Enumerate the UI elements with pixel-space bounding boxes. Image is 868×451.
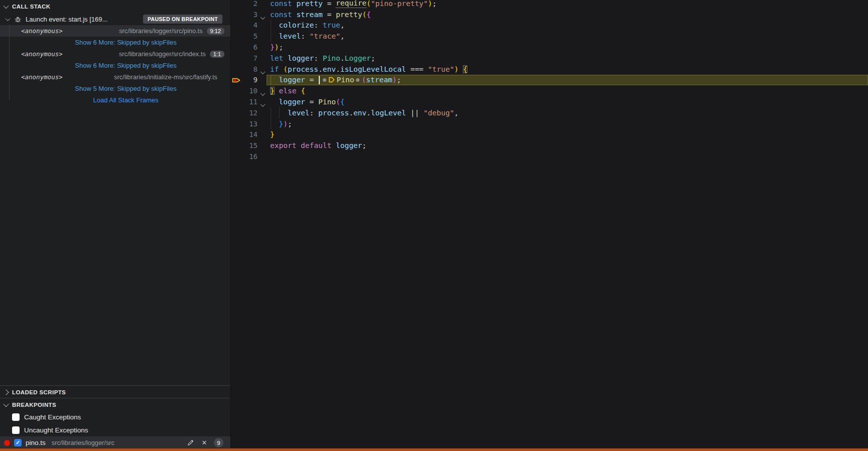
code-token: level [288,109,310,117]
code-token: } [270,130,275,138]
code-token: require [336,0,366,8]
line-number[interactable]: 7 [231,53,258,64]
frame-name: <anonymous> [21,50,63,58]
code-token: : [314,54,322,62]
chevron-down-icon [3,401,9,406]
code-token: = [305,76,318,84]
code-token: logger [279,98,305,106]
line-number[interactable]: 8 [231,64,258,75]
skip-files-link[interactable]: Show 6 More: Skipped by skipFiles [0,37,230,48]
line-number[interactable]: 10 [231,85,258,96]
breakpoint-path: src/libraries/logger/src [52,439,114,446]
code-line[interactable]: 15export default logger; [231,140,868,151]
code-lines: 2const pretty = require("pino-pretty");3… [231,0,868,162]
code-line[interactable]: 12 level: process.env.logLevel || "debug… [231,107,868,118]
line-number[interactable]: 3 [231,9,258,20]
line-number[interactable]: 16 [231,151,258,162]
code-line[interactable]: 13 }); [231,118,868,129]
code-token [270,32,279,40]
line-number[interactable]: 15 [231,140,258,151]
frame-name: <anonymous> [21,27,63,35]
stack-frame-row[interactable]: <anonymous>src/libraries/initialize-ms/s… [0,71,230,83]
code-line[interactable]: 3const stream = pretty({ [231,9,868,20]
line-number[interactable]: 5 [231,31,258,42]
breakpoint-line-badge: 9 [214,438,223,447]
call-stack-header[interactable]: CALL STACK [0,0,230,13]
code-token: { [301,87,305,95]
code-token: ; [397,76,401,84]
debug-session-row[interactable]: Launch event: start.js [169... PAUSED ON… [0,13,230,25]
chevron-down-icon [261,15,266,20]
code-token: true [323,21,340,29]
stack-frame-row[interactable]: <anonymous>src/libraries/logger/src/inde… [0,48,230,60]
code-line[interactable]: 2const pretty = require("pino-pretty"); [231,0,868,9]
code-text: colorize: true, [270,20,344,31]
code-token: else [275,87,301,95]
code-line[interactable]: 14} [231,129,868,140]
code-line[interactable]: 11 logger = Pino({ [231,96,868,107]
remove-breakpoint-button[interactable]: ✕ [200,438,209,447]
skip-files-link[interactable]: Show 5 More: Skipped by skipFiles [0,83,230,94]
code-line[interactable]: 10} else { [231,85,868,96]
bug-icon [13,15,22,24]
chevron-down-icon [3,3,9,8]
code-token: } [270,87,275,95]
code-token [270,120,279,128]
line-number[interactable]: 2 [231,0,258,9]
code-line[interactable]: 8if (process.env.isLogLevelLocal === "tr… [231,64,868,75]
code-editor[interactable]: 2const pretty = require("pino-pretty");3… [231,0,868,448]
code-token: "trace" [310,32,340,40]
load-all-label: Load All Stack Frames [93,96,158,104]
code-token: = [305,98,318,106]
code-token: . [366,109,371,117]
code-text: const pretty = require("pino-pretty"); [270,0,437,9]
checkbox[interactable]: ✓ [14,439,22,446]
edit-breakpoint-button[interactable] [186,438,195,447]
line-number[interactable]: 13 [231,118,258,129]
close-icon: ✕ [202,439,207,446]
tree-indent-guide [9,25,10,100]
line-number[interactable]: 12 [231,107,258,118]
breakpoint-arrow-icon[interactable] [232,77,241,85]
code-token: pretty [336,11,362,19]
code-line[interactable]: 6}); [231,42,868,53]
line-number[interactable]: 14 [231,129,258,140]
code-token [458,65,463,73]
skip-files-link[interactable]: Show 6 More: Skipped by skipFiles [0,60,230,71]
code-token: stream [366,76,392,84]
frame-path: src/libraries/logger/src/index.ts [119,50,206,58]
line-number[interactable]: 6 [231,42,258,53]
debug-sidebar: CALL STACK Launch event: start.js [169..… [0,0,231,451]
code-line[interactable]: 4 colorize: true, [231,20,868,31]
chevron-down-icon [261,69,266,74]
load-all-stack-frames-link[interactable]: Load All Stack Frames [0,94,230,106]
code-token: Pino [323,54,340,62]
code-token: Pino [318,98,336,106]
exception-toggle-row[interactable]: Caught Exceptions [0,410,230,423]
stack-frame-row[interactable]: <anonymous>src/libraries/logger/src/pino… [0,25,230,37]
code-text: logger = Pino(stream); [270,75,401,86]
code-line[interactable]: 5 level: "trace", [231,31,868,42]
code-line[interactable]: 7let logger: Pino.Logger; [231,53,868,64]
exception-toggle-row[interactable]: Uncaught Exceptions [0,423,230,436]
code-token: ( [366,0,371,8]
line-number[interactable]: 4 [231,20,258,31]
loaded-scripts-header[interactable]: LOADED SCRIPTS [0,385,230,398]
code-text: level: "trace", [270,31,344,42]
checkbox[interactable] [12,413,20,421]
breakpoints-title: BREAKPOINTS [12,402,56,408]
chevron-down-icon [6,16,11,21]
code-token: Logger [344,54,370,62]
line-number[interactable]: 11 [231,96,258,107]
debug-status-bar [0,448,868,451]
vscode-debug-view: CALL STACK Launch event: start.js [169..… [0,0,868,451]
session-label: Launch event: start.js [169... [26,16,107,23]
call-stack-list: <anonymous>src/libraries/logger/src/pino… [0,25,230,106]
code-line[interactable]: 9 logger = Pino(stream); [231,75,868,86]
breakpoints-header[interactable]: BREAKPOINTS [0,398,230,411]
code-line[interactable]: 16 [231,151,868,162]
code-token: } [270,43,275,51]
breakpoint-row[interactable]: ✓pino.tssrc/libraries/logger/src✕9 [0,436,230,449]
frame-path: src/libraries/initialize-ms/src/fastify.… [114,73,217,81]
checkbox[interactable] [12,426,20,434]
